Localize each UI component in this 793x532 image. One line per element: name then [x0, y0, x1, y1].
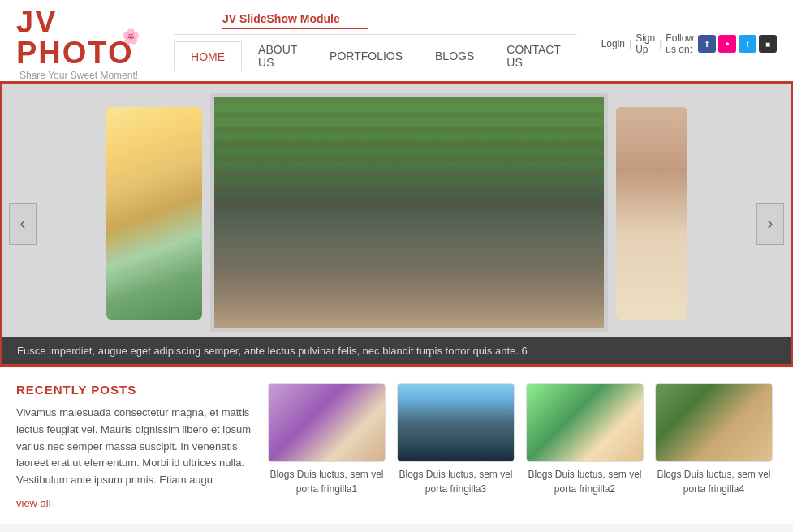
blog-title-1: Blogs Duis luctus, sem vel porta fringil…	[268, 467, 386, 496]
slide-right-thumb	[616, 107, 687, 320]
navigation: HOME ABOUT US PORTFOLIOS BLOGS CONTACT U…	[174, 34, 577, 77]
slideshow-section: ‹ Fusce imperdiet, augue eget adipiscing…	[0, 81, 793, 367]
view-all-link[interactable]: view all	[16, 497, 252, 509]
blog-post-4: Blogs Duis luctus, sem vel porta fringil…	[655, 383, 773, 496]
blog-title-3: Blogs Duis luctus, sem vel porta fringil…	[526, 467, 644, 496]
nav-portfolios[interactable]: PORTFOLIOS	[313, 41, 419, 71]
facebook-icon[interactable]: f	[698, 35, 716, 53]
slide-left-thumb	[106, 107, 202, 320]
nav-contact[interactable]: CONTACT US	[490, 35, 576, 77]
nav-blogs[interactable]: BLOGS	[419, 41, 490, 71]
recently-posts-left: RECENTLY POSTS Vivamus malesuada consect…	[16, 383, 252, 509]
blog-thumb-3[interactable]	[526, 383, 644, 462]
blog-post-1: Blogs Duis luctus, sem vel porta fringil…	[268, 383, 386, 496]
header-auth-links: Login | Sign Up | Follow us on: f ● t ■	[601, 32, 777, 55]
bookmark-icon[interactable]: ■	[759, 35, 777, 53]
login-link[interactable]: Login	[601, 38, 625, 49]
social-icons: f ● t ■	[698, 35, 777, 53]
follow-label: Follow us on:	[666, 32, 694, 55]
blog-thumb-1[interactable]	[268, 383, 386, 462]
logo-text: JV PHOTO🌸	[16, 6, 149, 68]
blog-thumb-2[interactable]	[397, 383, 515, 462]
logo: JV PHOTO🌸 Share Your Sweet Moment!	[16, 6, 149, 81]
recently-posts-title: RECENTLY POSTS	[16, 383, 252, 397]
recently-posts-section: RECENTLY POSTS Vivamus malesuada consect…	[0, 368, 793, 524]
flickr-icon[interactable]: ●	[718, 35, 736, 53]
slideshow-module-label: JV SlideShow Module	[222, 12, 340, 25]
nav-about[interactable]: ABOUT US	[242, 35, 313, 77]
slide-main-image	[210, 93, 608, 332]
recently-posts-text: Vivamus malesuada consectetur magna, et …	[16, 405, 252, 489]
logo-tagline: Share Your Sweet Moment!	[19, 70, 149, 81]
slideshow-images	[2, 93, 791, 332]
slideshow-caption: Fusce imperdiet, augue eget adipiscing s…	[2, 337, 791, 364]
blog-title-4: Blogs Duis luctus, sem vel porta fringil…	[655, 467, 773, 496]
slideshow-prev-button[interactable]: ‹	[9, 203, 37, 245]
blog-title-2: Blogs Duis luctus, sem vel porta fringil…	[397, 467, 515, 496]
slideshow-next-button[interactable]: ›	[756, 203, 784, 245]
blog-post-2: Blogs Duis luctus, sem vel porta fringil…	[397, 383, 515, 496]
nav-home[interactable]: HOME	[174, 41, 242, 71]
signup-link[interactable]: Sign Up	[636, 32, 655, 55]
blog-posts-grid: Blogs Duis luctus, sem vel porta fringil…	[268, 383, 777, 496]
blog-thumb-4[interactable]	[655, 383, 773, 462]
blog-post-3: Blogs Duis luctus, sem vel porta fringil…	[526, 383, 644, 496]
twitter-icon[interactable]: t	[739, 35, 756, 53]
